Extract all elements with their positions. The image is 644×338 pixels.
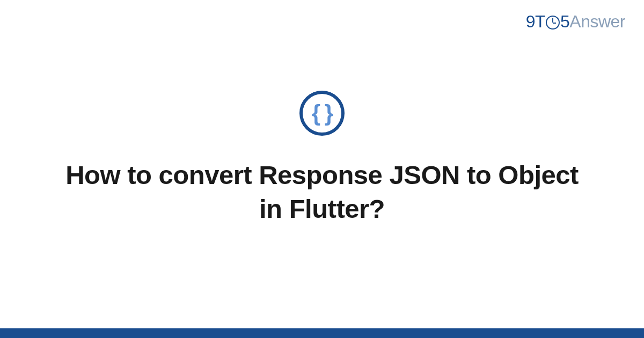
footer-bar: [0, 328, 644, 338]
braces-icon: { }: [312, 100, 332, 126]
topic-icon-circle: { }: [299, 91, 345, 136]
main-content: { } How to convert Response JSON to Obje…: [0, 0, 644, 338]
question-title: How to convert Response JSON to Object i…: [54, 158, 590, 225]
